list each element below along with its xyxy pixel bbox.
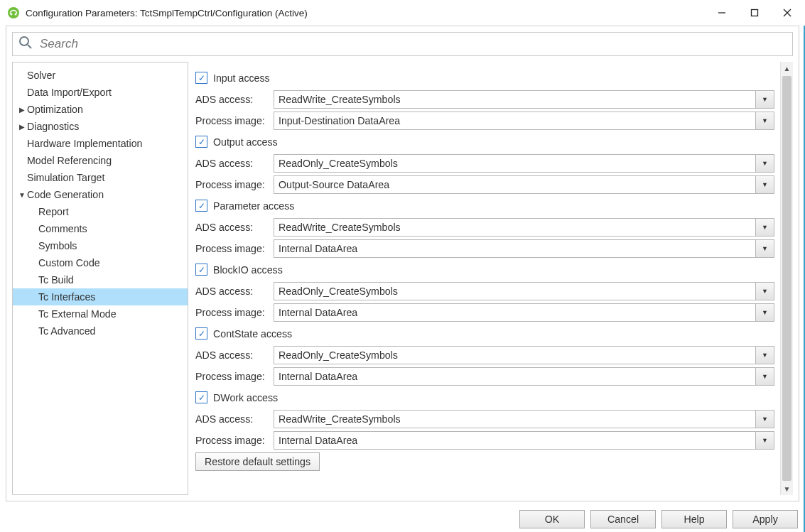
nav-item-tc-external-mode[interactable]: Tc External Mode (13, 305, 188, 322)
combo-value: Internal DataArea (274, 243, 755, 254)
nav-item-tc-advanced[interactable]: Tc Advanced (13, 322, 188, 340)
process-image-label: Process image: (195, 243, 274, 254)
nav-tree: SolverData Import/Export▶Optimization▶Di… (12, 62, 188, 495)
checkbox-label: ContState access (213, 328, 292, 340)
ads-access-label: ADS access: (195, 349, 274, 361)
cancel-button-label: Cancel (607, 514, 639, 525)
scroll-down-icon[interactable]: ▼ (781, 482, 793, 495)
chevron-down-icon[interactable]: ▼ (755, 411, 774, 428)
nav-item-label: Symbols (38, 240, 77, 251)
help-button[interactable]: Help (661, 510, 727, 528)
ok-button-label: OK (545, 514, 560, 525)
nav-item-tc-interfaces[interactable]: Tc Interfaces (13, 288, 188, 305)
nav-item-diagnostics[interactable]: ▶Diagnostics (13, 118, 188, 135)
nav-item-optimization[interactable]: ▶Optimization (13, 101, 188, 118)
combo-proc-3[interactable]: Internal DataArea▼ (274, 303, 774, 322)
ads-access-label: ADS access: (195, 286, 274, 297)
combo-ads-1[interactable]: ReadOnly_CreateSymbols▼ (274, 154, 774, 173)
nav-item-custom-code[interactable]: Custom Code (13, 254, 188, 271)
combo-proc-0[interactable]: Input-Destination DataArea▼ (274, 112, 774, 130)
process-image-label: Process image: (195, 435, 274, 446)
nav-item-symbols[interactable]: Symbols (13, 237, 188, 254)
nav-item-label: Comments (38, 223, 87, 234)
search-icon (18, 36, 33, 53)
svg-rect-4 (752, 10, 758, 16)
nav-item-hardware-implementation[interactable]: Hardware Implementation (13, 135, 188, 152)
combo-value: ReadOnly_CreateSymbols (274, 158, 755, 169)
combo-proc-1[interactable]: Output-Source DataArea▼ (274, 175, 774, 194)
chevron-down-icon[interactable]: ▼ (755, 304, 774, 321)
combo-ads-4[interactable]: ReadOnly_CreateSymbols▼ (274, 346, 774, 364)
combo-ads-0[interactable]: ReadWrite_CreateSymbols▼ (274, 90, 774, 109)
chevron-down-icon[interactable]: ▼ (755, 112, 774, 129)
process-image-label: Process image: (195, 115, 274, 126)
nav-item-data-import-export[interactable]: Data Import/Export (13, 84, 188, 101)
scroll-up-icon[interactable]: ▲ (781, 62, 793, 75)
chevron-down-icon[interactable]: ▼ (755, 283, 774, 300)
vertical-scrollbar[interactable]: ▲ ▼ (780, 62, 793, 495)
checkbox-parameter-access[interactable]: ✓ (195, 200, 207, 212)
ads-access-label: ADS access: (195, 413, 274, 425)
checkbox-input-access[interactable]: ✓ (195, 72, 207, 84)
checkbox-label: BlockIO access (213, 264, 283, 276)
combo-value: ReadWrite_CreateSymbols (274, 413, 755, 425)
search-input[interactable] (38, 36, 787, 52)
apply-button[interactable]: Apply (733, 510, 798, 528)
chevron-down-icon[interactable]: ▼ (755, 432, 774, 449)
help-button-label: Help (684, 514, 704, 525)
nav-item-solver[interactable]: Solver (13, 67, 188, 84)
restore-defaults-button[interactable]: Restore default settings (195, 452, 320, 471)
chevron-down-icon[interactable]: ▼ (755, 240, 774, 257)
checkbox-blockio-access[interactable]: ✓ (195, 264, 207, 276)
nav-item-label: Tc Build (38, 274, 74, 286)
nav-item-label: Optimization (27, 104, 83, 115)
scroll-thumb[interactable] (782, 76, 792, 481)
checkbox-label: Output access (213, 136, 278, 148)
app-icon (7, 6, 20, 19)
nav-item-label: Diagnostics (27, 121, 79, 132)
nav-item-tc-build[interactable]: Tc Build (13, 271, 188, 288)
caret-icon: ▶ (17, 123, 27, 131)
client-area: SolverData Import/Export▶Optimization▶Di… (6, 26, 799, 501)
combo-ads-5[interactable]: ReadWrite_CreateSymbols▼ (274, 410, 774, 428)
maximize-button[interactable] (738, 1, 771, 24)
chevron-down-icon[interactable]: ▼ (755, 176, 774, 193)
combo-proc-2[interactable]: Internal DataArea▼ (274, 239, 774, 258)
ok-button[interactable]: OK (519, 510, 585, 528)
restore-defaults-label: Restore default settings (205, 456, 310, 467)
checkbox-label: Parameter access (213, 200, 294, 212)
ads-access-label: ADS access: (195, 94, 274, 105)
checkbox-output-access[interactable]: ✓ (195, 136, 207, 148)
main-panel: ✓Input accessADS access:ReadWrite_Create… (188, 62, 793, 495)
chevron-down-icon[interactable]: ▼ (755, 155, 774, 172)
window-title: Configuration Parameters: TctSmplTempCtr… (26, 8, 706, 18)
cancel-button[interactable]: Cancel (590, 510, 656, 528)
combo-ads-3[interactable]: ReadOnly_CreateSymbols▼ (274, 282, 774, 300)
ads-access-label: ADS access: (195, 158, 274, 169)
nav-item-code-generation[interactable]: ▼Code Generation (13, 186, 188, 203)
caret-icon: ▼ (17, 191, 27, 199)
process-image-label: Process image: (195, 307, 274, 318)
form-area: ✓Input accessADS access:ReadWrite_Create… (188, 62, 780, 495)
chevron-down-icon[interactable]: ▼ (755, 219, 774, 236)
nav-item-label: Tc Interfaces (38, 291, 95, 303)
chevron-down-icon[interactable]: ▼ (755, 347, 774, 364)
nav-item-label: Tc External Mode (38, 308, 117, 320)
chevron-down-icon[interactable]: ▼ (755, 368, 774, 385)
combo-value: ReadOnly_CreateSymbols (274, 286, 755, 297)
nav-item-simulation-target[interactable]: Simulation Target (13, 169, 188, 186)
close-button[interactable] (771, 1, 804, 24)
combo-proc-5[interactable]: Internal DataArea▼ (274, 431, 774, 450)
nav-item-report[interactable]: Report (13, 203, 188, 220)
nav-item-comments[interactable]: Comments (13, 220, 188, 237)
ads-access-label: ADS access: (195, 222, 274, 233)
dialog-footer: OK Cancel Help Apply (0, 504, 805, 530)
checkbox-dwork-access[interactable]: ✓ (195, 391, 207, 403)
combo-proc-4[interactable]: Internal DataArea▼ (274, 367, 774, 386)
svg-point-2 (15, 13, 17, 16)
nav-item-model-referencing[interactable]: Model Referencing (13, 152, 188, 169)
chevron-down-icon[interactable]: ▼ (755, 91, 774, 108)
combo-ads-2[interactable]: ReadWrite_CreateSymbols▼ (274, 218, 774, 237)
minimize-button[interactable] (706, 1, 738, 24)
checkbox-contstate-access[interactable]: ✓ (195, 327, 207, 340)
